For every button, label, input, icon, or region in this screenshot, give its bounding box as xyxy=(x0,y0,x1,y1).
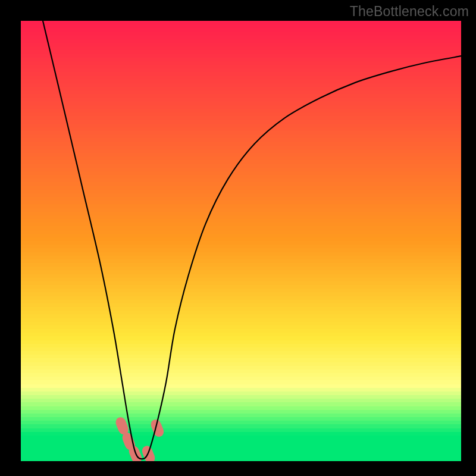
chart-frame: TheBottleneck.com xyxy=(0,0,476,476)
curve-path xyxy=(43,21,461,459)
bottleneck-curve xyxy=(21,21,461,461)
plot-area xyxy=(21,21,461,461)
watermark-text: TheBottleneck.com xyxy=(350,4,469,20)
